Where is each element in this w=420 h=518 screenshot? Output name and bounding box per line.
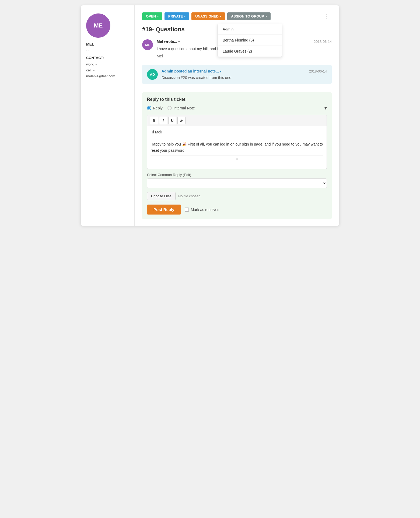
sidebar: ME MEL - - CONTACT: work: - cell: - mela… bbox=[81, 5, 135, 226]
private-button[interactable]: PRIVATE ▾ bbox=[164, 12, 189, 20]
reply-title: Reply to this ticket: bbox=[147, 97, 327, 102]
message-author: Mel wrote... ▾ bbox=[157, 39, 180, 44]
editor-line1: Hi Mel! bbox=[150, 129, 323, 135]
sidebar-cell: cell: - bbox=[86, 67, 129, 73]
unassigned-button[interactable]: UNASSIGNED ▾ bbox=[191, 12, 225, 20]
editor-toolbar: B I U 🖊 bbox=[147, 115, 327, 126]
internal-note-block: AD Admin posted an internal note... ▾ 20… bbox=[142, 65, 332, 84]
sidebar-user-name: MEL bbox=[86, 42, 129, 46]
reply-tabs-left: Reply Internal Note bbox=[147, 106, 195, 110]
note-author: Admin posted an internal note... ▾ bbox=[162, 69, 222, 73]
main-content: OPEN ▾ PRIVATE ▾ UNASSIGNED ▾ ASSIGN TO … bbox=[135, 5, 339, 226]
avatar: ME bbox=[86, 13, 110, 38]
internal-note-radio[interactable] bbox=[167, 106, 172, 110]
open-arrow-icon: ▾ bbox=[157, 15, 159, 18]
underline-button[interactable]: U bbox=[168, 117, 176, 124]
sidebar-contact-label: CONTACT: bbox=[86, 56, 129, 60]
reply-box: Reply to this ticket: Reply Internal Not… bbox=[142, 92, 332, 219]
tab-reply[interactable]: Reply bbox=[147, 106, 163, 110]
bold-button[interactable]: B bbox=[150, 117, 158, 124]
toolbar: OPEN ▾ PRIVATE ▾ UNASSIGNED ▾ ASSIGN TO … bbox=[142, 12, 332, 20]
italic-button[interactable]: I bbox=[159, 117, 167, 124]
reply-radio[interactable] bbox=[147, 106, 151, 110]
mark-resolved-row[interactable]: Mark as resolved bbox=[185, 208, 220, 212]
tab-internal-note[interactable]: Internal Note bbox=[167, 106, 195, 110]
message-date: 2018-06-14 bbox=[314, 40, 332, 44]
choose-files-button[interactable]: Choose Files bbox=[147, 192, 176, 200]
note-text: Discussion #20 was created from this one bbox=[162, 75, 327, 80]
sidebar-dash: - - bbox=[86, 48, 129, 52]
assign-dropdown: Admin Bertha Fleming (5) Laurie Graves (… bbox=[218, 24, 282, 57]
common-reply-label: Select Common Reply (Edit) bbox=[147, 173, 327, 177]
more-options-icon[interactable]: ⋮ bbox=[322, 12, 332, 20]
mark-resolved-checkbox[interactable] bbox=[185, 208, 189, 212]
reply-tabs: Reply Internal Note ▾ bbox=[147, 105, 327, 111]
eraser-button[interactable]: 🖊 bbox=[177, 117, 186, 124]
note-avatar: AD bbox=[147, 69, 158, 80]
unassigned-arrow-icon: ▾ bbox=[220, 15, 221, 18]
page-container: ME MEL - - CONTACT: work: - cell: - mela… bbox=[81, 5, 339, 226]
file-upload-section: Choose Files No file chosen bbox=[147, 192, 327, 200]
sidebar-work: work: - bbox=[86, 61, 129, 67]
common-reply-select[interactable] bbox=[147, 178, 327, 188]
collapse-icon[interactable]: ▾ bbox=[324, 105, 327, 111]
mark-resolved-label: Mark as resolved bbox=[191, 208, 220, 212]
note-header: Admin posted an internal note... ▾ 2018-… bbox=[162, 69, 327, 73]
editor-area[interactable]: Hi Mel! Happy to help you 🎉 First of all… bbox=[147, 126, 327, 169]
no-file-text: No file chosen bbox=[178, 194, 200, 198]
author-arrow-icon: ▾ bbox=[178, 40, 180, 43]
dropdown-header[interactable]: Admin bbox=[218, 24, 282, 35]
open-button[interactable]: OPEN ▾ bbox=[142, 12, 162, 20]
sidebar-email: melanie@test.com bbox=[86, 73, 129, 79]
group-arrow-icon: ▾ bbox=[265, 15, 267, 18]
private-arrow-icon: ▾ bbox=[184, 15, 186, 18]
editor-line2: Happy to help you 🎉 First of all, you ca… bbox=[150, 141, 323, 153]
message-avatar: ME bbox=[142, 39, 153, 50]
assign-group-button[interactable]: ASSIGN TO GROUP ▾ bbox=[227, 12, 271, 20]
post-reply-section: Post Reply Mark as resolved bbox=[147, 205, 327, 215]
dropdown-item-bertha[interactable]: Bertha Fleming (5) bbox=[218, 35, 282, 46]
file-upload-row: Choose Files No file chosen bbox=[147, 192, 327, 200]
common-reply-section: Select Common Reply (Edit) bbox=[147, 173, 327, 188]
dropdown-item-laurie[interactable]: Laurie Graves (2) bbox=[218, 46, 282, 57]
post-reply-button[interactable]: Post Reply bbox=[147, 205, 181, 215]
note-body: Admin posted an internal note... ▾ 2018-… bbox=[162, 69, 327, 80]
note-arrow-icon: ▾ bbox=[220, 70, 222, 73]
resize-handle-icon[interactable]: ≡ bbox=[150, 156, 323, 163]
note-date: 2018-06-14 bbox=[309, 69, 327, 73]
